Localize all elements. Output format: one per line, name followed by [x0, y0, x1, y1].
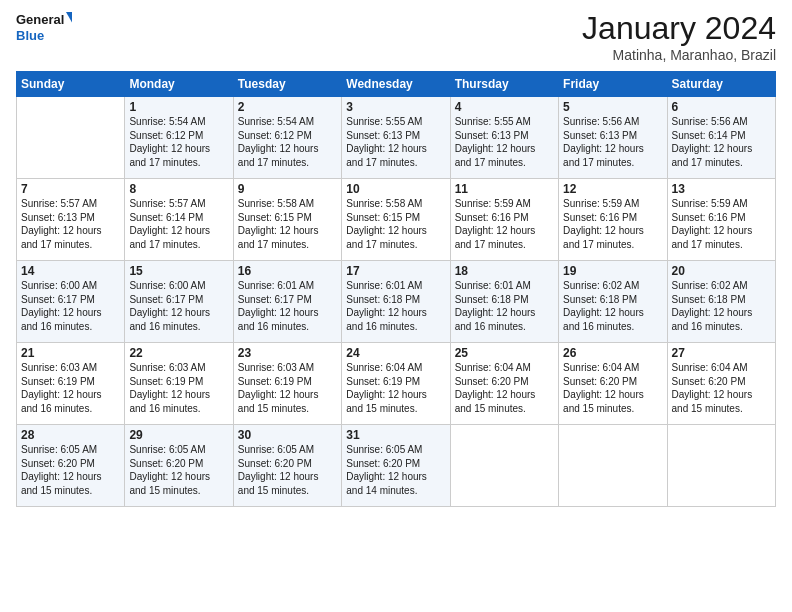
day-number: 28	[21, 428, 120, 442]
day-number: 26	[563, 346, 662, 360]
col-header-thursday: Thursday	[450, 72, 558, 97]
day-number: 4	[455, 100, 554, 114]
week-row-3: 14Sunrise: 6:00 AM Sunset: 6:17 PM Dayli…	[17, 261, 776, 343]
day-info: Sunrise: 5:57 AM Sunset: 6:14 PM Dayligh…	[129, 198, 210, 250]
day-cell	[450, 425, 558, 507]
day-number: 8	[129, 182, 228, 196]
day-info: Sunrise: 6:04 AM Sunset: 6:20 PM Dayligh…	[672, 362, 753, 414]
day-info: Sunrise: 5:54 AM Sunset: 6:12 PM Dayligh…	[238, 116, 319, 168]
logo-svg: General Blue	[16, 10, 72, 46]
svg-text:Blue: Blue	[16, 28, 44, 43]
day-cell: 23Sunrise: 6:03 AM Sunset: 6:19 PM Dayli…	[233, 343, 341, 425]
day-cell: 28Sunrise: 6:05 AM Sunset: 6:20 PM Dayli…	[17, 425, 125, 507]
svg-text:General: General	[16, 12, 64, 27]
day-cell: 16Sunrise: 6:01 AM Sunset: 6:17 PM Dayli…	[233, 261, 341, 343]
title-block: January 2024 Matinha, Maranhao, Brazil	[582, 10, 776, 63]
day-number: 15	[129, 264, 228, 278]
day-info: Sunrise: 6:03 AM Sunset: 6:19 PM Dayligh…	[21, 362, 102, 414]
calendar-table: SundayMondayTuesdayWednesdayThursdayFrid…	[16, 71, 776, 507]
day-info: Sunrise: 6:00 AM Sunset: 6:17 PM Dayligh…	[129, 280, 210, 332]
day-info: Sunrise: 5:59 AM Sunset: 6:16 PM Dayligh…	[563, 198, 644, 250]
day-cell: 22Sunrise: 6:03 AM Sunset: 6:19 PM Dayli…	[125, 343, 233, 425]
col-header-tuesday: Tuesday	[233, 72, 341, 97]
week-row-2: 7Sunrise: 5:57 AM Sunset: 6:13 PM Daylig…	[17, 179, 776, 261]
day-cell: 21Sunrise: 6:03 AM Sunset: 6:19 PM Dayli…	[17, 343, 125, 425]
day-cell	[667, 425, 775, 507]
week-row-4: 21Sunrise: 6:03 AM Sunset: 6:19 PM Dayli…	[17, 343, 776, 425]
day-info: Sunrise: 6:04 AM Sunset: 6:20 PM Dayligh…	[455, 362, 536, 414]
day-cell: 3Sunrise: 5:55 AM Sunset: 6:13 PM Daylig…	[342, 97, 450, 179]
day-cell: 14Sunrise: 6:00 AM Sunset: 6:17 PM Dayli…	[17, 261, 125, 343]
day-number: 29	[129, 428, 228, 442]
day-number: 16	[238, 264, 337, 278]
page-header: General Blue January 2024 Matinha, Maran…	[16, 10, 776, 63]
day-info: Sunrise: 5:56 AM Sunset: 6:13 PM Dayligh…	[563, 116, 644, 168]
day-info: Sunrise: 6:01 AM Sunset: 6:18 PM Dayligh…	[346, 280, 427, 332]
day-info: Sunrise: 5:56 AM Sunset: 6:14 PM Dayligh…	[672, 116, 753, 168]
day-number: 27	[672, 346, 771, 360]
day-info: Sunrise: 6:01 AM Sunset: 6:17 PM Dayligh…	[238, 280, 319, 332]
day-info: Sunrise: 6:01 AM Sunset: 6:18 PM Dayligh…	[455, 280, 536, 332]
day-cell: 15Sunrise: 6:00 AM Sunset: 6:17 PM Dayli…	[125, 261, 233, 343]
day-number: 30	[238, 428, 337, 442]
day-cell: 19Sunrise: 6:02 AM Sunset: 6:18 PM Dayli…	[559, 261, 667, 343]
day-info: Sunrise: 6:05 AM Sunset: 6:20 PM Dayligh…	[346, 444, 427, 496]
day-number: 7	[21, 182, 120, 196]
day-info: Sunrise: 5:59 AM Sunset: 6:16 PM Dayligh…	[672, 198, 753, 250]
day-number: 10	[346, 182, 445, 196]
day-info: Sunrise: 5:55 AM Sunset: 6:13 PM Dayligh…	[455, 116, 536, 168]
week-row-1: 1Sunrise: 5:54 AM Sunset: 6:12 PM Daylig…	[17, 97, 776, 179]
page-container: General Blue January 2024 Matinha, Maran…	[0, 0, 792, 517]
day-info: Sunrise: 6:03 AM Sunset: 6:19 PM Dayligh…	[238, 362, 319, 414]
col-header-sunday: Sunday	[17, 72, 125, 97]
day-cell: 20Sunrise: 6:02 AM Sunset: 6:18 PM Dayli…	[667, 261, 775, 343]
day-cell: 17Sunrise: 6:01 AM Sunset: 6:18 PM Dayli…	[342, 261, 450, 343]
day-cell: 4Sunrise: 5:55 AM Sunset: 6:13 PM Daylig…	[450, 97, 558, 179]
day-cell	[17, 97, 125, 179]
day-info: Sunrise: 5:54 AM Sunset: 6:12 PM Dayligh…	[129, 116, 210, 168]
day-info: Sunrise: 5:55 AM Sunset: 6:13 PM Dayligh…	[346, 116, 427, 168]
day-cell: 10Sunrise: 5:58 AM Sunset: 6:15 PM Dayli…	[342, 179, 450, 261]
col-header-wednesday: Wednesday	[342, 72, 450, 97]
day-cell: 7Sunrise: 5:57 AM Sunset: 6:13 PM Daylig…	[17, 179, 125, 261]
location-subtitle: Matinha, Maranhao, Brazil	[582, 47, 776, 63]
day-number: 1	[129, 100, 228, 114]
day-number: 13	[672, 182, 771, 196]
day-number: 25	[455, 346, 554, 360]
day-info: Sunrise: 6:02 AM Sunset: 6:18 PM Dayligh…	[672, 280, 753, 332]
day-cell	[559, 425, 667, 507]
day-cell: 2Sunrise: 5:54 AM Sunset: 6:12 PM Daylig…	[233, 97, 341, 179]
day-cell: 18Sunrise: 6:01 AM Sunset: 6:18 PM Dayli…	[450, 261, 558, 343]
day-number: 17	[346, 264, 445, 278]
day-cell: 5Sunrise: 5:56 AM Sunset: 6:13 PM Daylig…	[559, 97, 667, 179]
day-number: 9	[238, 182, 337, 196]
day-info: Sunrise: 6:03 AM Sunset: 6:19 PM Dayligh…	[129, 362, 210, 414]
week-row-5: 28Sunrise: 6:05 AM Sunset: 6:20 PM Dayli…	[17, 425, 776, 507]
day-info: Sunrise: 6:04 AM Sunset: 6:19 PM Dayligh…	[346, 362, 427, 414]
day-info: Sunrise: 5:57 AM Sunset: 6:13 PM Dayligh…	[21, 198, 102, 250]
svg-marker-2	[66, 12, 72, 26]
day-info: Sunrise: 6:02 AM Sunset: 6:18 PM Dayligh…	[563, 280, 644, 332]
day-number: 21	[21, 346, 120, 360]
day-number: 11	[455, 182, 554, 196]
day-number: 18	[455, 264, 554, 278]
day-number: 14	[21, 264, 120, 278]
day-cell: 31Sunrise: 6:05 AM Sunset: 6:20 PM Dayli…	[342, 425, 450, 507]
day-number: 22	[129, 346, 228, 360]
col-header-monday: Monday	[125, 72, 233, 97]
day-cell: 6Sunrise: 5:56 AM Sunset: 6:14 PM Daylig…	[667, 97, 775, 179]
day-cell: 1Sunrise: 5:54 AM Sunset: 6:12 PM Daylig…	[125, 97, 233, 179]
day-cell: 9Sunrise: 5:58 AM Sunset: 6:15 PM Daylig…	[233, 179, 341, 261]
day-info: Sunrise: 6:04 AM Sunset: 6:20 PM Dayligh…	[563, 362, 644, 414]
day-info: Sunrise: 6:05 AM Sunset: 6:20 PM Dayligh…	[238, 444, 319, 496]
day-cell: 13Sunrise: 5:59 AM Sunset: 6:16 PM Dayli…	[667, 179, 775, 261]
day-number: 19	[563, 264, 662, 278]
day-number: 3	[346, 100, 445, 114]
day-cell: 8Sunrise: 5:57 AM Sunset: 6:14 PM Daylig…	[125, 179, 233, 261]
day-number: 2	[238, 100, 337, 114]
day-info: Sunrise: 6:00 AM Sunset: 6:17 PM Dayligh…	[21, 280, 102, 332]
day-cell: 27Sunrise: 6:04 AM Sunset: 6:20 PM Dayli…	[667, 343, 775, 425]
day-cell: 12Sunrise: 5:59 AM Sunset: 6:16 PM Dayli…	[559, 179, 667, 261]
day-number: 5	[563, 100, 662, 114]
col-header-friday: Friday	[559, 72, 667, 97]
